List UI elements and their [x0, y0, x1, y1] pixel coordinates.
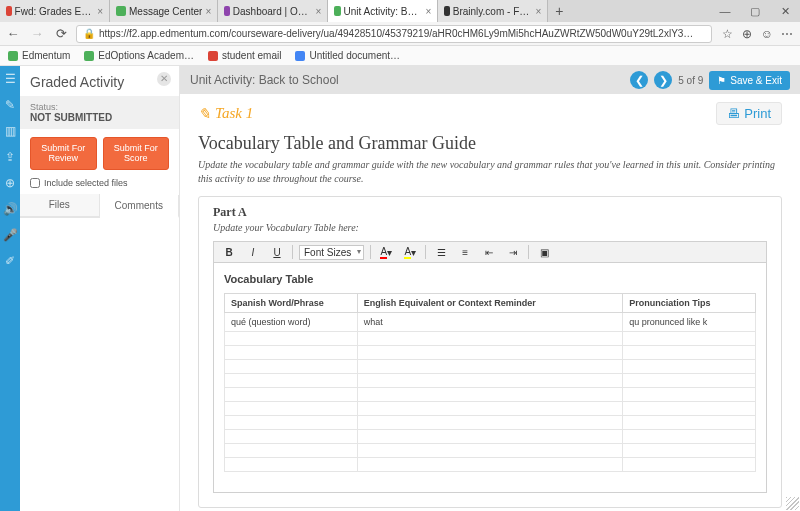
table-row[interactable] [225, 430, 756, 444]
table-cell[interactable] [225, 346, 358, 360]
table-cell[interactable] [357, 416, 623, 430]
next-page-button[interactable]: ❯ [654, 71, 672, 89]
close-icon[interactable]: × [315, 6, 321, 17]
table-row[interactable] [225, 416, 756, 430]
bookmark-item[interactable]: Edmentum [8, 50, 70, 61]
font-color-button[interactable]: A ▾ [377, 244, 395, 260]
table-cell[interactable] [623, 458, 756, 472]
url-input[interactable]: 🔒 https://f2.app.edmentum.com/courseware… [76, 25, 712, 43]
table-cell[interactable] [623, 346, 756, 360]
table-cell[interactable] [623, 444, 756, 458]
image-button[interactable]: ▣ [535, 244, 553, 260]
table-cell[interactable] [357, 388, 623, 402]
window-close-icon[interactable]: ✕ [770, 5, 800, 18]
italic-button[interactable]: I [244, 244, 262, 260]
table-cell[interactable] [623, 416, 756, 430]
number-list-button[interactable]: ≡ [456, 244, 474, 260]
note-icon[interactable]: ▥ [3, 124, 17, 138]
table-row[interactable] [225, 346, 756, 360]
sidebar-close-icon[interactable]: ✕ [157, 72, 171, 86]
table-cell[interactable] [225, 444, 358, 458]
audio-icon[interactable]: 🔊 [3, 202, 17, 216]
indent-button[interactable]: ⇥ [504, 244, 522, 260]
table-cell[interactable] [225, 402, 358, 416]
bold-button[interactable]: B [220, 244, 238, 260]
globe-icon[interactable]: ⊕ [3, 176, 17, 190]
save-exit-button[interactable]: ⚑Save & Exit [709, 71, 790, 90]
new-tab-button[interactable]: + [548, 3, 570, 19]
resize-handle-icon[interactable] [786, 497, 799, 510]
underline-button[interactable]: U [268, 244, 286, 260]
tab-comments[interactable]: Comments [100, 195, 180, 218]
table-cell[interactable] [225, 458, 358, 472]
browser-tab[interactable]: Fwd: Grades Email Template - 2× [0, 0, 110, 22]
table-cell[interactable] [623, 332, 756, 346]
close-icon[interactable]: × [97, 6, 103, 17]
favorites-icon[interactable]: ☆ [718, 27, 736, 41]
submit-score-button[interactable]: Submit For Score [103, 137, 170, 170]
bookmark-item[interactable]: Untitled document… [295, 50, 400, 61]
refresh-button[interactable]: ⟳ [52, 26, 70, 41]
table-cell[interactable] [357, 346, 623, 360]
table-cell[interactable] [357, 458, 623, 472]
window-maximize-icon[interactable]: ▢ [740, 5, 770, 18]
highlight-icon[interactable]: ✐ [3, 254, 17, 268]
table-row[interactable] [225, 332, 756, 346]
edit-icon[interactable]: ✎ [3, 98, 17, 112]
submit-review-button[interactable]: Submit For Review [30, 137, 97, 170]
table-cell[interactable]: qué (question word) [225, 313, 358, 332]
collections-icon[interactable]: ⊕ [738, 27, 756, 41]
table-cell[interactable] [225, 416, 358, 430]
table-row[interactable] [225, 402, 756, 416]
table-cell[interactable] [357, 332, 623, 346]
bullet-list-button[interactable]: ☰ [432, 244, 450, 260]
print-button[interactable]: 🖶Print [716, 102, 782, 125]
vocab-table[interactable]: Spanish Word/Phrase English Equivalent o… [224, 293, 756, 472]
browser-tab[interactable]: Brainly.com - For students. By st× [438, 0, 548, 22]
font-size-select[interactable]: Font Sizes [299, 245, 364, 260]
table-cell[interactable] [623, 374, 756, 388]
highlight-color-button[interactable]: A ▾ [401, 244, 419, 260]
table-cell[interactable] [225, 374, 358, 388]
table-cell[interactable] [623, 430, 756, 444]
bookmark-item[interactable]: student email [208, 50, 281, 61]
table-cell[interactable] [357, 374, 623, 388]
editor-area[interactable]: Vocabulary Table Spanish Word/Phrase Eng… [213, 263, 767, 493]
table-row[interactable] [225, 388, 756, 402]
include-files-checkbox[interactable] [30, 178, 40, 188]
tab-files[interactable]: Files [20, 194, 100, 217]
profile-icon[interactable]: ☺ [758, 27, 776, 41]
outdent-button[interactable]: ⇤ [480, 244, 498, 260]
table-row[interactable]: qué (question word)whatqu pronunced like… [225, 313, 756, 332]
table-cell[interactable] [623, 388, 756, 402]
table-row[interactable] [225, 458, 756, 472]
mic-icon[interactable]: 🎤 [3, 228, 17, 242]
table-cell[interactable] [225, 388, 358, 402]
close-icon[interactable]: × [535, 6, 541, 17]
table-cell[interactable] [225, 360, 358, 374]
bookmark-item[interactable]: EdOptions Academ… [84, 50, 194, 61]
table-cell[interactable] [357, 360, 623, 374]
close-icon[interactable]: × [205, 6, 211, 17]
forward-button[interactable]: → [28, 26, 46, 41]
browser-tab[interactable]: Message Center× [110, 0, 218, 22]
list-icon[interactable]: ☰ [3, 72, 17, 86]
browser-tab[interactable]: Dashboard | OK015 Deer Creek× [218, 0, 328, 22]
table-row[interactable] [225, 374, 756, 388]
table-cell[interactable] [623, 360, 756, 374]
browser-tab-active[interactable]: Unit Activity: Back to School× [328, 0, 438, 22]
table-cell[interactable] [225, 430, 358, 444]
prev-page-button[interactable]: ❮ [630, 71, 648, 89]
table-row[interactable] [225, 444, 756, 458]
table-row[interactable] [225, 360, 756, 374]
table-cell[interactable]: qu pronunced like k [623, 313, 756, 332]
table-cell[interactable] [357, 430, 623, 444]
window-minimize-icon[interactable]: — [710, 5, 740, 18]
close-icon[interactable]: × [425, 6, 431, 17]
back-button[interactable]: ← [4, 26, 22, 41]
menu-icon[interactable]: ⋯ [778, 27, 796, 41]
table-cell[interactable] [225, 332, 358, 346]
table-cell[interactable] [357, 444, 623, 458]
share-icon[interactable]: ⇪ [3, 150, 17, 164]
table-cell[interactable] [623, 402, 756, 416]
